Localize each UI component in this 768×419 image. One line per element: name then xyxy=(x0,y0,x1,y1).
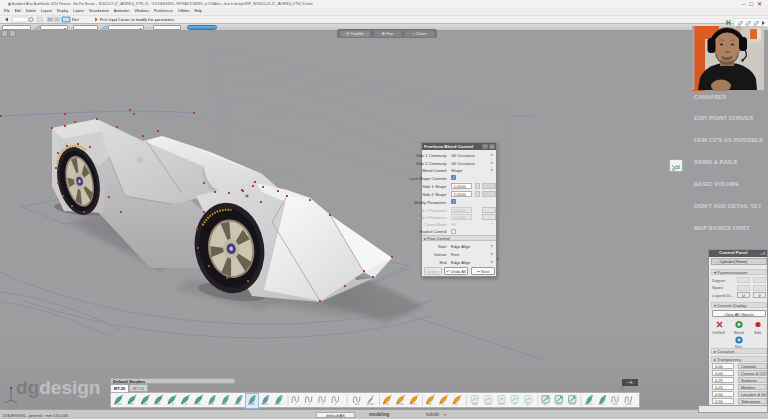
svg-text:On/Null: On/Null xyxy=(712,331,725,335)
svg-text:Blend: Blend xyxy=(734,331,744,335)
svg-text:Edit: Edit xyxy=(755,331,762,335)
svg-text:Canvas_L#1: Canvas_L#1 xyxy=(512,113,537,118)
